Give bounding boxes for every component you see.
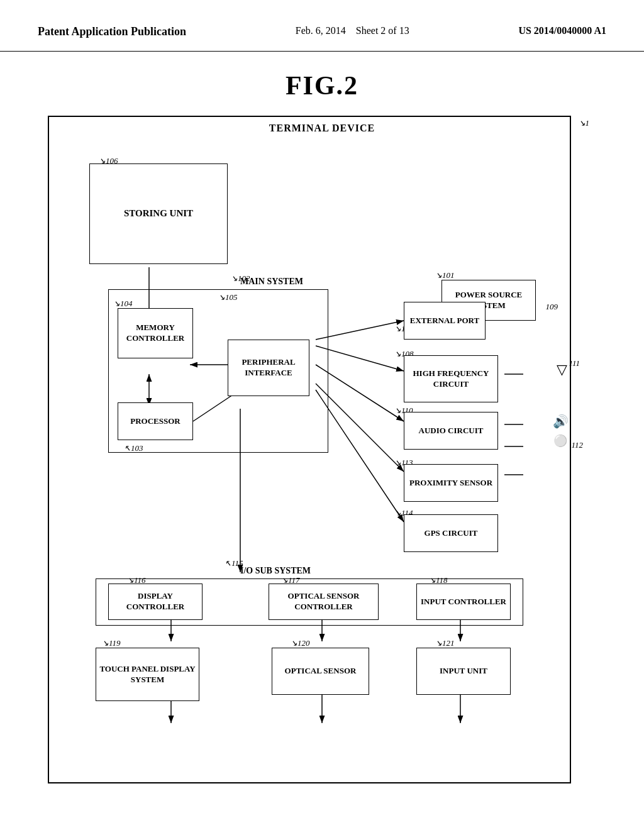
high-frequency-box: HIGH FREQUENCY CIRCUIT [404,355,498,402]
ref-120: ↘120 [291,638,310,648]
ref-104: ↘104 [113,299,133,309]
optical-sensor-box: OPTICAL SENSOR [272,648,369,695]
ref-103: ↖103 [124,443,143,453]
svg-line-6 [316,346,404,371]
external-port-box: EXTERNAL PORT [404,302,486,340]
display-controller-box: DISPLAY CONTROLLER [108,584,203,620]
svg-line-9 [316,390,404,522]
headphone-icon: ⚪ [553,434,567,448]
page-header: Patent Application Publication Feb. 6, 2… [0,0,644,52]
svg-line-10 [316,321,404,340]
touch-panel-box: TOUCH PANEL DISPLAY SYSTEM [96,648,199,701]
input-controller-box: INPUT CONTROLLER [416,584,511,620]
antenna-icon: ▽ [557,362,567,378]
storing-unit-box: STORING UNIT [89,163,228,264]
peripheral-interface-box: PERIPHERAL INTERFACE [228,340,309,396]
ref-112: 112 [571,440,583,450]
input-unit-box: INPUT UNIT [416,648,511,695]
figure-title: FIG.2 [38,70,606,101]
svg-line-7 [316,365,404,421]
io-sub-system-label: I/O SUB SYSTEM [240,566,311,576]
ref-111: 111 [569,358,580,368]
proximity-sensor-box: PROXIMITY SENSOR [404,464,498,502]
processor-box: PROCESSOR [118,402,193,440]
sheet: Sheet 2 of 13 [356,25,409,36]
optical-sensor-controller-box: OPTICAL SENSOR CONTROLLER [269,584,379,620]
gps-circuit-box: GPS CIRCUIT [404,514,498,552]
memory-controller-box: MEMORY CONTROLLER [118,308,193,358]
svg-line-8 [316,384,404,472]
ref-121: ↘121 [435,638,455,648]
diagram: ↘1 TERMINAL DEVICE ↘106 STORING UNIT ↘10… [45,113,599,805]
ref-101: ↘101 [435,270,455,280]
date-sheet: Feb. 6, 2014 Sheet 2 of 13 [296,25,409,36]
speaker-icon: 🔊 [553,414,569,429]
ref-105: ↘105 [218,292,238,302]
publication-label: Patent Application Publication [38,25,186,38]
main-system-label: MAIN SYSTEM [240,277,303,287]
ref-1: ↘1 [579,118,590,128]
main-content: FIG.2 [0,52,644,824]
ref-119: ↘119 [102,638,121,648]
patent-number: US 2014/0040000 A1 [518,25,606,36]
audio-circuit-box: AUDIO CIRCUIT [404,412,498,450]
ref-109: 109 [546,302,558,312]
date: Feb. 6, 2014 [296,25,346,36]
terminal-device-label: TERMINAL DEVICE [269,123,375,134]
